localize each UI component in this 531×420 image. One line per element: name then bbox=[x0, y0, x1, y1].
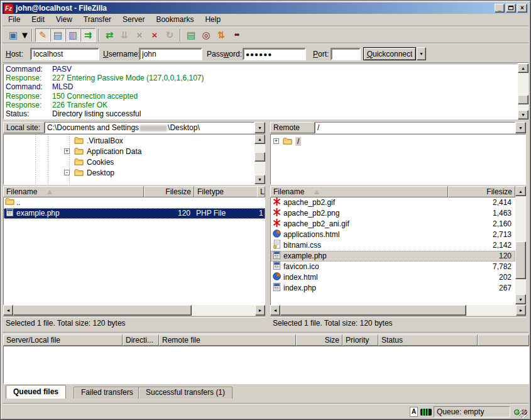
menu-view[interactable]: View bbox=[50, 14, 78, 26]
filter-button[interactable]: ▤ bbox=[183, 28, 199, 42]
tree-item-virtualbox[interactable]: .VirtualBox bbox=[4, 136, 265, 146]
column-header-filesize[interactable]: Filesize bbox=[448, 186, 515, 197]
column-header-filesize[interactable]: Filesize bbox=[144, 186, 194, 197]
folder-icon bbox=[74, 168, 84, 177]
scroll-right-button[interactable]: ► bbox=[516, 305, 526, 316]
reconnect-button[interactable]: ↻ bbox=[162, 28, 177, 42]
close-button[interactable]: × bbox=[517, 4, 527, 13]
menu-file[interactable]: File bbox=[3, 14, 26, 26]
file-row-favicon-ico[interactable]: favicon.ico7,782 bbox=[271, 262, 515, 272]
column-header-l[interactable]: L bbox=[257, 186, 265, 197]
scrollbar-thumb[interactable] bbox=[13, 305, 192, 316]
scroll-up-button[interactable]: ▲ bbox=[255, 135, 265, 144]
filesize-cell: 2,713 bbox=[447, 229, 515, 240]
resize-grip[interactable] bbox=[519, 409, 528, 418]
scroll-left-button[interactable]: ◄ bbox=[270, 305, 280, 316]
minimize-button[interactable]: _ bbox=[495, 4, 505, 13]
file-row-apache-pb2-gif[interactable]: apache_pb2.gif2,414 bbox=[271, 197, 515, 208]
toggle-message-log-button[interactable]: ✎ bbox=[35, 28, 50, 42]
maximize-button[interactable] bbox=[506, 4, 516, 13]
column-header-filename[interactable]: Filename bbox=[3, 186, 144, 197]
queue-column-priority[interactable]: Priority bbox=[342, 334, 378, 346]
menu-transfer[interactable]: Transfer bbox=[78, 14, 117, 26]
toggle-remote-tree-button[interactable]: ▥ bbox=[65, 28, 80, 42]
local-tree-scrollbar[interactable]: ▲ ▼ bbox=[255, 135, 265, 184]
tree-item-cookies[interactable]: Cookies bbox=[4, 157, 265, 167]
toggle-queue-button[interactable]: ⇉ bbox=[80, 28, 96, 42]
host-input[interactable] bbox=[30, 48, 99, 60]
process-queue-button[interactable]: ⇊ bbox=[117, 28, 132, 42]
queue-column-size[interactable]: Size bbox=[296, 334, 342, 346]
tab-queued-files[interactable]: Queued files bbox=[6, 385, 66, 399]
scrollbar-thumb[interactable] bbox=[255, 152, 265, 162]
scroll-left-button[interactable]: ◄ bbox=[3, 305, 13, 316]
file-row-example-php[interactable]: example.php120 bbox=[271, 251, 515, 262]
refresh-button[interactable]: ⇄ bbox=[102, 28, 117, 42]
tab-successful-transfers-1[interactable]: Successful transfers (1) bbox=[138, 387, 233, 399]
menu-help[interactable]: Help bbox=[199, 14, 226, 26]
log-line-text: 226 Transfer OK bbox=[52, 101, 107, 109]
scrollbar-thumb[interactable] bbox=[280, 305, 466, 316]
message-log-scrollbar[interactable]: ▲ ▼ bbox=[518, 64, 528, 119]
local-list-hscrollbar[interactable]: ◄ ► bbox=[3, 305, 265, 316]
remote-site-dropdown-icon[interactable]: ▼ bbox=[515, 122, 526, 133]
remote-list-scrollbar[interactable]: ▲ ▼ bbox=[515, 186, 526, 304]
directory-comparison-button[interactable]: ◎ bbox=[199, 28, 214, 42]
tab-failed-transfers[interactable]: Failed transfers bbox=[74, 387, 141, 399]
scrollbar-thumb[interactable] bbox=[518, 95, 528, 104]
file-row-blank[interactable]: .. bbox=[4, 197, 265, 208]
file-row-example-php[interactable]: example.php120PHP File1 bbox=[4, 208, 265, 219]
queue-column-status[interactable]: Status bbox=[378, 334, 478, 346]
queue-column-server-local-file[interactable]: Server/Local file bbox=[3, 334, 123, 346]
file-row-index-html[interactable]: index.html202 bbox=[271, 272, 515, 283]
remote-site-path-combo[interactable]: / bbox=[315, 122, 515, 133]
find-files-button[interactable]: ●● bbox=[229, 28, 244, 42]
quickconnect-dropdown-icon[interactable]: ▼ bbox=[417, 47, 426, 60]
username-input[interactable] bbox=[139, 48, 202, 60]
menu-edit[interactable]: Edit bbox=[26, 14, 50, 26]
queue-splitter[interactable] bbox=[3, 332, 528, 333]
file-row-apache-pb2-ani-gif[interactable]: apache_pb2_ani.gif2,160 bbox=[271, 219, 515, 229]
site-manager-dropdown-button[interactable]: ▼ bbox=[21, 28, 29, 42]
file-row-apache-pb2-png[interactable]: apache_pb2.png1,463 bbox=[271, 208, 515, 219]
quickconnect-button[interactable]: Quickconnect bbox=[363, 47, 416, 60]
local-path-suffix: \Desktop\ bbox=[168, 123, 200, 132]
password-input[interactable] bbox=[243, 48, 306, 60]
scrollbar-thumb[interactable] bbox=[515, 241, 526, 279]
column-header-filename[interactable]: Filename bbox=[270, 186, 448, 197]
tree-expander-icon[interactable]: + bbox=[64, 148, 70, 154]
queue-column-blank[interactable] bbox=[478, 334, 529, 346]
port-input[interactable] bbox=[331, 48, 361, 60]
local-site-dropdown-icon[interactable]: ▼ bbox=[255, 122, 265, 133]
local-site-path-combo[interactable]: C:\Documents and Settings\Desktop\ bbox=[45, 122, 255, 133]
tree-item-root[interactable]: +/ bbox=[271, 136, 525, 146]
tree-item-application-data[interactable]: +Application Data bbox=[4, 146, 265, 157]
tree-expander-icon[interactable]: + bbox=[273, 138, 279, 144]
queue-column-directi[interactable]: Directi... bbox=[123, 334, 159, 346]
column-header-filetype[interactable]: Filetype bbox=[194, 186, 258, 197]
file-row-applications-html[interactable]: applications.html2,713 bbox=[271, 229, 515, 240]
menu-bookmarks[interactable]: Bookmarks bbox=[150, 14, 199, 26]
scroll-up-button[interactable]: ▲ bbox=[515, 186, 526, 196]
scroll-down-button[interactable]: ▼ bbox=[515, 294, 526, 304]
scroll-right-button[interactable]: ► bbox=[255, 305, 265, 316]
scroll-down-button[interactable]: ▼ bbox=[255, 175, 265, 184]
filezilla-app-icon: Fz bbox=[4, 4, 13, 13]
cancel-button[interactable]: × bbox=[132, 28, 147, 42]
tree-expander-icon[interactable]: - bbox=[64, 170, 70, 175]
toggle-local-tree-button[interactable]: ▤ bbox=[50, 28, 65, 42]
menu-server[interactable]: Server bbox=[117, 14, 150, 26]
file-row-bitnami-css[interactable]: bitnami.css2,142 bbox=[271, 240, 515, 251]
file-row-index-php[interactable]: index.php267 bbox=[271, 283, 515, 294]
tree-item-desktop[interactable]: -Desktop bbox=[4, 168, 265, 178]
transfer-queue-list bbox=[3, 346, 529, 384]
scroll-up-button[interactable]: ▲ bbox=[518, 64, 528, 73]
synchronized-browsing-button[interactable]: ⇅ bbox=[214, 28, 229, 42]
scroll-down-button[interactable]: ▼ bbox=[518, 110, 528, 119]
log-line-text: 150 Connection accepted bbox=[52, 92, 138, 101]
queue-column-remote-file[interactable]: Remote file bbox=[159, 334, 296, 346]
toolbar: ▣▼✎▤▥⇉⇄⇊××↻▤◎⇅●● bbox=[3, 27, 528, 43]
remote-list-hscrollbar[interactable]: ◄ ► bbox=[270, 305, 526, 316]
disconnect-button[interactable]: × bbox=[147, 28, 162, 42]
site-manager-button[interactable]: ▣ bbox=[6, 28, 21, 42]
